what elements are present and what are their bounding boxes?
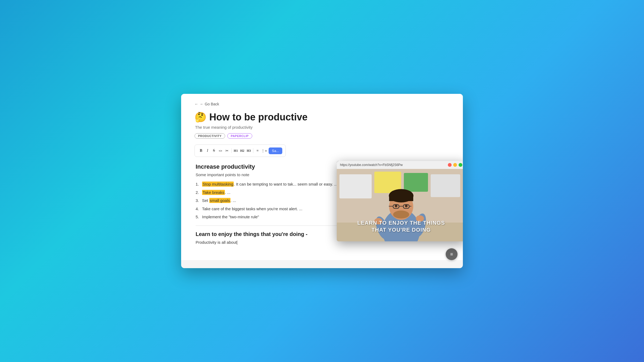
italic-button[interactable]: I bbox=[204, 147, 210, 154]
svg-rect-10 bbox=[389, 196, 413, 201]
bold-button[interactable]: B bbox=[198, 147, 204, 154]
h2-button[interactable]: H2 bbox=[239, 147, 245, 154]
numbered-list-button[interactable]: ⋮≡ bbox=[261, 147, 267, 154]
page-header: 🤔 How to be productive bbox=[195, 112, 449, 123]
tags-container: PRODUCTIVITY PAPERCLIP bbox=[195, 133, 449, 139]
strikethrough-button[interactable]: S bbox=[211, 147, 217, 154]
go-back-label: ← Go Back bbox=[200, 102, 219, 106]
page-subtitle: The true meaning of productivity bbox=[195, 125, 449, 130]
svg-point-16 bbox=[395, 205, 397, 207]
main-content: ← ← Go Back 🤔 How to be productive The t… bbox=[181, 94, 463, 260]
highlight-stop-multitasking: Stop multitasking bbox=[202, 182, 234, 187]
video-overlay-text: LEARN TO ENJOY THE THINGS THAT YOU'RE DO… bbox=[353, 219, 449, 233]
highlight-small-goals: small goals bbox=[209, 198, 230, 203]
h1-button[interactable]: H1 bbox=[233, 147, 239, 154]
video-titlebar: https://youtube.com/watch?v=FbSNfj2S6Pw bbox=[337, 161, 463, 169]
go-back-arrow: ← bbox=[195, 102, 198, 106]
separator1 bbox=[231, 148, 232, 153]
fab-icon: ≡ bbox=[450, 252, 453, 257]
separator2 bbox=[253, 148, 253, 153]
browser-window: ← ← Go Back 🤔 How to be productive The t… bbox=[181, 94, 463, 268]
video-expand-button[interactable] bbox=[459, 163, 462, 167]
video-url: https://youtube.com/watch?v=FbSNfj2S6Pw bbox=[340, 163, 446, 167]
fab-button[interactable]: ≡ bbox=[446, 248, 458, 260]
svg-rect-3 bbox=[404, 173, 428, 192]
video-frame: LEARN TO ENJOY THE THINGS THAT YOU'RE DO… bbox=[337, 169, 463, 241]
svg-rect-4 bbox=[431, 174, 460, 197]
svg-point-18 bbox=[393, 210, 409, 219]
video-close-button[interactable] bbox=[448, 163, 452, 167]
video-player[interactable]: https://youtube.com/watch?v=FbSNfj2S6Pw bbox=[337, 161, 463, 241]
list-item-5-text: Implement the "two-minute rule" bbox=[202, 214, 259, 220]
list-item-4-text: Take care of the biggest tasks when you'… bbox=[202, 206, 302, 212]
bullet-list-button[interactable]: ≡ bbox=[255, 147, 261, 154]
cut-button[interactable]: ✂ bbox=[224, 147, 230, 154]
save-button[interactable]: Sa... bbox=[269, 147, 282, 154]
tag-productivity[interactable]: PRODUCTIVITY bbox=[195, 133, 225, 139]
go-back-link[interactable]: ← ← Go Back bbox=[195, 102, 449, 106]
text-cursor bbox=[237, 241, 237, 245]
svg-rect-1 bbox=[339, 174, 372, 198]
code-button[interactable]: <> bbox=[218, 147, 224, 154]
page-emoji: 🤔 bbox=[195, 112, 207, 123]
video-controls bbox=[448, 163, 462, 167]
page-title: How to be productive bbox=[209, 112, 308, 123]
svg-point-17 bbox=[405, 205, 408, 207]
editor-toolbar: B I S <> ✂ H1 H2 H3 ≡ ⋮≡ Sa... bbox=[195, 145, 286, 157]
highlight-take-breaks: Take breaks bbox=[202, 190, 225, 195]
tag-paperclip[interactable]: PAPERCLIP bbox=[227, 133, 252, 139]
video-minimize-button[interactable] bbox=[453, 163, 457, 167]
h3-button[interactable]: H3 bbox=[246, 147, 252, 154]
